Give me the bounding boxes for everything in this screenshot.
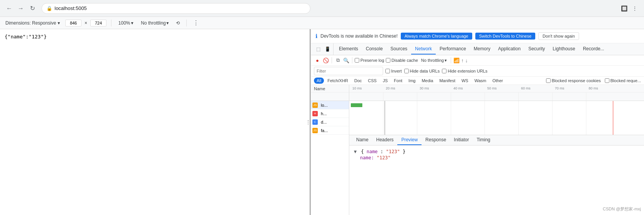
type-filter-doc[interactable]: Doc [352,78,365,84]
type-filter-ws[interactable]: WS [459,78,471,84]
dimensions-selector[interactable]: Dimensions: Responsive ▾ [3,20,62,26]
dimensions-label: Dimensions: Responsive [5,20,56,26]
refresh-button[interactable]: ↻ [28,4,37,13]
preview-tab-timing[interactable]: Timing [473,135,494,145]
hide-extension-urls-label[interactable]: Hide extension URLs [442,69,487,73]
rotate-button[interactable]: ⟲ [174,19,182,27]
zoom-chevron-icon: ▾ [131,20,133,26]
hide-data-urls-label[interactable]: Hide data URLs [404,69,440,73]
preview-tab-initiator[interactable]: Initiator [450,135,473,145]
tab-network[interactable]: Network [411,44,436,55]
disable-cache-checkbox[interactable] [386,58,390,63]
preview-expand-icon[interactable]: ▼ [354,149,357,154]
switch-language-button[interactable]: Switch DevTools to Chinese [475,33,535,40]
blocked-requests-checkbox[interactable] [605,78,609,83]
grid-line-2 [417,93,417,101]
tab-lighthouse[interactable]: Lighthouse [549,44,579,55]
filter-bar: Invert Hide data URLs Hide extension URL… [311,66,644,77]
tab-performance[interactable]: Performance [436,44,470,55]
filter-button[interactable]: ⧉ [334,57,341,64]
preview-tab-response[interactable]: Response [422,135,450,145]
device-menu-button[interactable]: ⋮ [191,18,201,28]
disable-cache-label[interactable]: Disable cache [386,58,418,63]
blocked-response-cookies-checkbox[interactable] [546,78,551,83]
tab-sources[interactable]: Sources [387,44,411,55]
address-bar[interactable]: 🔒 localhost:5005 [41,3,310,14]
device-throttle-selector[interactable]: No throttling ▾ [139,20,171,26]
tab-application[interactable]: Application [494,44,524,55]
type-filter-manifest[interactable]: Manifest [437,78,458,84]
match-language-button[interactable]: Always match Chrome's language [401,33,472,40]
waterfall-preview-panel: 10 ms 20 ms 30 ms 40 ms 50 ms 60 ms 70 m… [349,85,644,215]
devtools-inspect-icon[interactable]: ⬚ [314,45,322,53]
back-button[interactable]: ← [5,4,14,13]
menu-button[interactable]: ⋮ [630,4,639,13]
devtools-device-icon[interactable]: 📱 [323,45,332,53]
device-toolbar: Dimensions: Responsive ▾ × 100% ▾ No thr… [0,17,644,29]
file-name-panel: Name JS lo... H h... C [311,85,349,215]
tab-icon-group: ⬚ 📱 [312,43,334,55]
filter-input[interactable] [314,67,383,75]
resize-handle[interactable]: ⋮ [307,114,310,130]
page-json: {"name":"123"} [0,29,310,44]
grid-line-4 [485,93,485,101]
forward-button[interactable]: → [16,4,25,13]
type-filter-fetch-xhr[interactable]: Fetch/XHR [325,78,351,84]
record-button[interactable]: ● [314,57,321,64]
preview-tab-headers[interactable]: Headers [372,135,397,145]
preserve-log-checkbox[interactable] [355,58,359,63]
type-filter-wasm[interactable]: Wasm [472,78,489,84]
tab-recorder[interactable]: Recorde... [579,44,608,55]
type-filter-js[interactable]: JS [380,78,390,84]
hide-data-urls-text: Hide data URLs [410,69,440,73]
preview-tabs: Name Headers Preview Response Initiator … [349,135,644,146]
tl-label-10: 10 ms [352,86,362,90]
preview-root-key: name [367,149,378,154]
invert-checkbox[interactable] [385,69,390,73]
clear-button[interactable]: 🚫 [322,57,329,64]
blocked-response-cookies-label[interactable]: Blocked response cookies [546,78,601,83]
preview-root-value: "123" [386,149,400,154]
file-row-h[interactable]: H h... [311,109,349,118]
extensions-button[interactable]: 🔲 [619,4,629,13]
zoom-selector[interactable]: 100% ▾ [116,20,136,26]
type-filter-all[interactable]: All [314,78,324,84]
hide-extension-urls-text: Hide extension URLs [448,69,487,73]
type-filter-css[interactable]: CSS [365,78,380,84]
type-filter-img[interactable]: Img [406,78,418,84]
waterfall-header [349,93,644,101]
type-filter-media[interactable]: Media [419,78,436,84]
toolbar-sep-1 [332,57,332,63]
hide-data-urls-checkbox[interactable] [404,69,409,73]
dismiss-banner-button[interactable]: Don't show again [538,32,579,40]
network-toolbar: ● 🚫 ⧉ 🔍 Preserve log Disable cache No th… [311,55,644,66]
width-input[interactable] [65,20,81,26]
blocked-requests-label[interactable]: Blocked reque... [605,78,641,83]
preview-tab-preview[interactable]: Preview [397,135,422,145]
tab-memory[interactable]: Memory [470,44,494,55]
search-button[interactable]: 🔍 [343,57,350,64]
hide-extension-urls-checkbox[interactable] [442,69,446,73]
preserve-log-label[interactable]: Preserve log [355,58,384,63]
tab-elements[interactable]: Elements [335,44,362,55]
file-icon-fa: JS [312,128,318,133]
preview-tab-name[interactable]: Name [352,135,372,145]
throttle-dropdown[interactable]: No throttling ▾ [420,58,448,63]
grid-line-5 [518,93,519,101]
device-throttle-chevron-icon: ▾ [166,20,169,26]
file-row-lo[interactable]: JS lo... [311,101,349,109]
file-icon-d: C [312,119,318,125]
download-icon: ↓ [465,58,468,63]
file-row-d[interactable]: C d... [311,118,349,126]
type-filter-other[interactable]: Other [490,78,506,84]
invert-label[interactable]: Invert [385,69,402,73]
type-filter-font[interactable]: Font [391,78,405,84]
tab-security[interactable]: Security [524,44,549,55]
blocked-requests-text: Blocked reque... [611,78,641,83]
dimension-x-label: × [85,20,87,26]
address-lock-icon: 🔒 [46,6,52,11]
height-input[interactable] [90,20,106,26]
tab-console[interactable]: Console [362,44,387,55]
file-row-fa[interactable]: JS fa... [311,126,349,135]
toolbar-separator-2 [186,20,187,26]
